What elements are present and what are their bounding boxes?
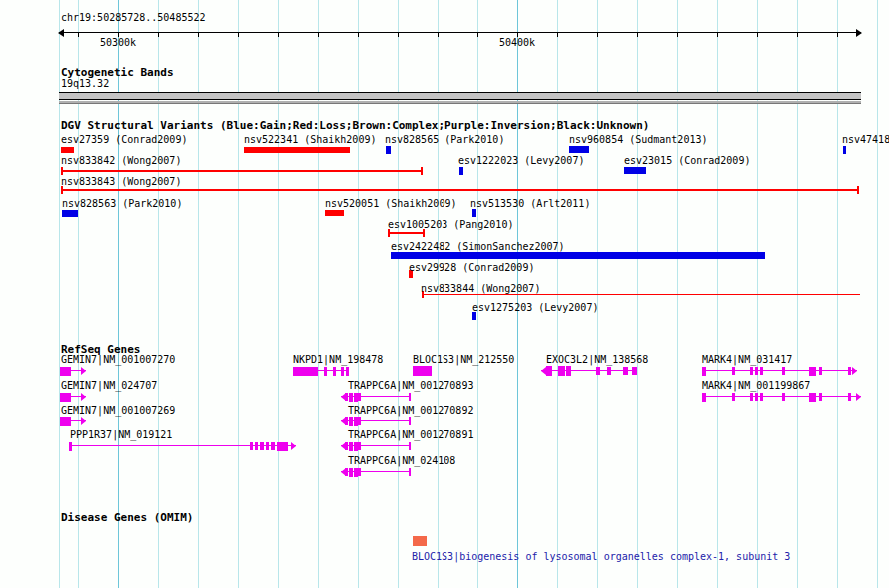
dgv-variant-span[interactable] xyxy=(61,189,859,191)
gene-exon xyxy=(782,367,785,375)
cytoband-title: Cytogenetic Bands xyxy=(61,67,174,78)
gene-glyph[interactable] xyxy=(293,365,349,377)
dgv-variant-marker[interactable] xyxy=(244,147,350,153)
gene-exon xyxy=(69,442,72,451)
dgv-variant-span[interactable] xyxy=(61,170,423,172)
dgv-variant-marker[interactable] xyxy=(843,146,846,154)
gene-arrow-left-icon xyxy=(541,367,546,375)
gene-exon xyxy=(346,367,349,376)
gene-label[interactable]: MARK4|NM_001199867 xyxy=(702,381,810,391)
dgv-variant-label[interactable]: esv23015 (Conrad2009) xyxy=(624,156,750,166)
gene-label[interactable]: TRAPPC6A|NM_001270892 xyxy=(348,406,473,416)
gene-glyph[interactable] xyxy=(60,391,86,403)
omim-gene-label[interactable]: BLOC1S3|biogenesis of lysosomal organell… xyxy=(412,552,790,562)
dgv-variant-endcap xyxy=(388,229,390,237)
gene-exon xyxy=(755,393,758,401)
ruler-tick xyxy=(238,32,239,37)
gene-label[interactable]: TRAPPC6A|NM_001270891 xyxy=(348,430,473,440)
gene-label[interactable]: GEMIN7|NM_024707 xyxy=(61,381,157,391)
omim-gene-marker[interactable] xyxy=(413,536,427,546)
gridline-minor xyxy=(238,0,239,588)
dgv-variant-endcap xyxy=(61,186,63,194)
dgv-variant-span[interactable] xyxy=(388,232,425,234)
dgv-track-title: DGV Structural Variants (Blue:Gain;Red:L… xyxy=(61,120,649,131)
dgv-variant-label[interactable]: nsv960854 (Sudmant2013) xyxy=(569,135,707,145)
gene-exon xyxy=(349,393,353,402)
gene-exon xyxy=(750,393,753,401)
ruler-tick xyxy=(278,32,279,37)
gene-exon xyxy=(702,393,706,402)
gene-glyph[interactable] xyxy=(541,365,637,377)
gene-label[interactable]: GEMIN7|NM_001007269 xyxy=(61,406,175,416)
dgv-variant-label[interactable]: nsv522341 (Shaikh2009) xyxy=(244,135,376,145)
gene-label[interactable]: PPP1R37|NM_019121 xyxy=(70,430,172,440)
dgv-variant-marker[interactable] xyxy=(624,167,646,174)
gene-exon xyxy=(558,366,565,376)
gene-exon xyxy=(324,367,327,376)
dgv-variant-label[interactable]: nsv828565 (Park2010) xyxy=(385,135,504,145)
dgv-variant-label[interactable]: nsv520051 (Shaikh2009) xyxy=(325,199,456,209)
gene-arrow-right-icon xyxy=(81,367,86,375)
dgv-variant-marker[interactable] xyxy=(325,210,344,216)
gene-arrow-left-icon xyxy=(341,393,346,401)
dgv-variant-label[interactable]: esv1222023 (Levy2007) xyxy=(458,156,584,166)
dgv-variant-label[interactable]: esv1275203 (Levy2007) xyxy=(472,303,598,313)
dgv-variant-marker[interactable] xyxy=(391,252,765,259)
dgv-variant-label[interactable]: nsv828563 (Park2010) xyxy=(62,199,182,209)
dgv-variant-label[interactable]: esv2422482 (SimonSanchez2007) xyxy=(391,242,565,252)
gene-glyph[interactable] xyxy=(69,440,296,452)
gene-glyph[interactable] xyxy=(702,391,861,403)
gene-exon xyxy=(260,442,264,450)
gridline-minor xyxy=(318,0,319,588)
dgv-variant-marker[interactable] xyxy=(61,147,74,153)
ruler-tick-label: 50400k xyxy=(499,38,535,48)
gene-glyph[interactable] xyxy=(413,365,432,377)
dgv-variant-label[interactable]: esv27359 (Conrad2009) xyxy=(61,135,187,145)
ruler-left-arrow-icon xyxy=(58,29,64,37)
cytoband-bar[interactable] xyxy=(59,92,861,100)
gene-exon xyxy=(848,393,851,401)
gene-label[interactable]: EXOC3L2|NM_138568 xyxy=(546,355,648,365)
gene-exon xyxy=(341,367,344,376)
dgv-variant-label[interactable]: nsv513530 (Arlt2011) xyxy=(470,199,590,209)
dgv-variant-marker[interactable] xyxy=(569,146,589,153)
gene-label[interactable]: GEMIN7|NM_001007270 xyxy=(61,355,175,365)
ruler-tick xyxy=(637,32,638,37)
dgv-variant-label[interactable]: esv29928 (Conrad2009) xyxy=(409,263,534,273)
gene-exon xyxy=(60,367,71,376)
gene-glyph[interactable] xyxy=(341,440,411,452)
ruler-tick xyxy=(78,32,79,37)
dgv-variant-span[interactable] xyxy=(422,294,860,295)
gene-exon xyxy=(277,442,288,451)
gene-glyph[interactable] xyxy=(341,391,411,403)
gene-glyph[interactable] xyxy=(341,466,411,478)
gene-label[interactable]: MARK4|NM_031417 xyxy=(702,355,792,365)
gene-label[interactable]: TRAPPC6A|NM_001270893 xyxy=(348,381,473,391)
gene-exon xyxy=(358,393,361,401)
gene-label[interactable]: BLOC1S3|NM_212550 xyxy=(413,355,514,365)
gene-exon xyxy=(732,367,735,375)
dgv-variant-label[interactable]: esv1005203 (Pang2010) xyxy=(388,220,513,230)
dgv-variant-label[interactable]: nsv833843 (Wong2007) xyxy=(61,177,181,187)
gene-exon xyxy=(60,393,71,402)
dgv-variant-marker[interactable] xyxy=(459,167,463,175)
dgv-variant-label[interactable]: nsv474187 xyxy=(842,135,889,145)
gene-glyph[interactable] xyxy=(60,415,86,427)
gene-label[interactable]: TRAPPC6A|NM_024108 xyxy=(348,456,455,466)
dgv-variant-marker[interactable] xyxy=(472,209,476,217)
dgv-variant-marker[interactable] xyxy=(62,210,78,217)
ruler-tick-label: 50300k xyxy=(100,38,136,48)
dgv-variant-label[interactable]: nsv833844 (Wong2007) xyxy=(421,284,540,294)
gene-exon xyxy=(760,393,763,401)
gene-exon xyxy=(819,367,822,375)
dgv-variant-label[interactable]: nsv833842 (Wong2007) xyxy=(61,156,181,166)
dgv-variant-marker[interactable] xyxy=(386,146,391,154)
gene-glyph[interactable] xyxy=(702,365,857,377)
gene-endcap xyxy=(409,417,411,425)
gene-glyph[interactable] xyxy=(60,365,86,377)
dgv-variant-marker[interactable] xyxy=(472,312,476,320)
gene-exon xyxy=(760,367,763,375)
gene-glyph[interactable] xyxy=(341,415,411,427)
gene-label[interactable]: NKPD1|NM_198478 xyxy=(293,355,383,365)
gene-exon xyxy=(819,393,822,401)
